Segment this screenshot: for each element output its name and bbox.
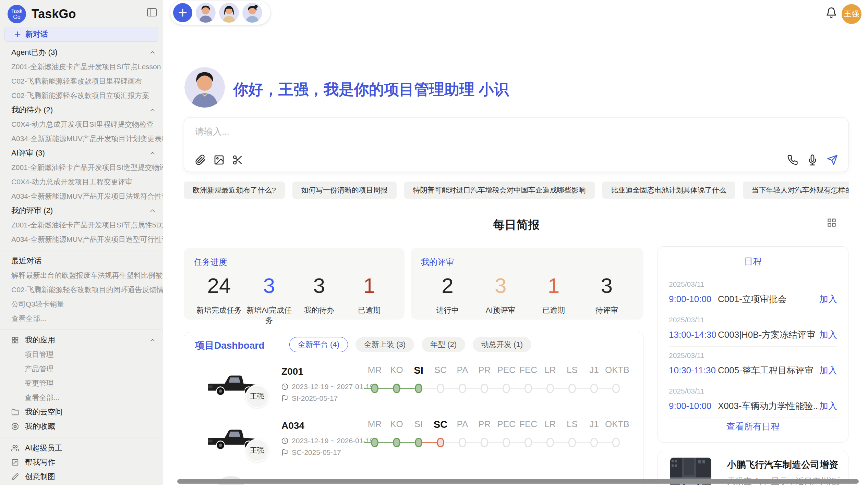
milestone-node xyxy=(568,384,576,393)
sidebar-item-my-apps[interactable]: 我的应用 xyxy=(0,333,163,347)
dashboard-tabs: 全新平台 (4) 全新上装 (3) 年型 (2) 动总开发 (1) xyxy=(289,337,531,352)
ai-employee-label: AI超级员工 xyxy=(25,443,62,453)
sidebar-item-favorites[interactable]: 我的收藏 xyxy=(0,419,163,434)
suggestion-chip[interactable]: 如何写一份清晰的项目周报 xyxy=(292,182,397,199)
agent-avatar[interactable] xyxy=(196,3,216,23)
app-item-product-mgmt[interactable]: 产品管理 xyxy=(0,362,163,376)
sidebar-item[interactable]: A034-全新新能源MUV产品开发项目造型可行性评审 xyxy=(0,232,163,247)
stat-label: 我的待办 xyxy=(294,305,344,315)
send-icon[interactable] xyxy=(827,154,838,165)
milestone-label: SI xyxy=(408,419,430,430)
join-meeting-link[interactable]: 加入 xyxy=(819,293,837,305)
app-item-change-mgmt[interactable]: 变更管理 xyxy=(0,376,163,390)
sidebar-collapse-icon[interactable] xyxy=(147,8,157,16)
attachment-icon[interactable] xyxy=(195,154,206,165)
section-my-review[interactable]: 我的评审 (2) xyxy=(0,203,163,218)
section-ai-review[interactable]: AI评审 (3) xyxy=(0,146,163,160)
microphone-icon[interactable] xyxy=(807,154,818,165)
sidebar-item[interactable]: Z001-全新燃油轻卡产品开发项目SI节点属性5D文件评审 xyxy=(0,218,163,232)
section-my-todo[interactable]: 我的待办 (2) xyxy=(0,103,163,117)
tab-powertrain[interactable]: 动总开发 (1) xyxy=(473,337,531,352)
stat-label: 已逾期 xyxy=(344,305,394,315)
join-meeting-link[interactable]: 加入 xyxy=(819,364,837,376)
project-owner-badge: 王强 xyxy=(245,439,269,462)
task-progress-title: 任务进度 xyxy=(194,257,394,268)
sidebar-item-creative-draw[interactable]: 创意制图 xyxy=(0,470,163,484)
flag-icon xyxy=(281,449,288,456)
join-meeting-link[interactable]: 加入 xyxy=(819,329,837,341)
sidebar-item-cloud-space[interactable]: 我的云空间 xyxy=(0,405,163,419)
sidebar-item[interactable]: C02-飞腾新能源轻客改款项目立项汇报方案 xyxy=(0,88,163,103)
recent-chat-item[interactable]: C02-飞腾新能源轻客改款项目的闭环通告反馈情况 xyxy=(0,283,163,297)
tab-year-model[interactable]: 年型 (2) xyxy=(422,337,465,352)
chevron-up-icon xyxy=(149,207,156,214)
project-next-milestone: SI-2025-05-17 xyxy=(292,394,338,402)
sidebar-item-write-helper[interactable]: 帮我写作 xyxy=(0,455,163,470)
milestone-label: PA xyxy=(451,365,473,376)
app-item-project-mgmt[interactable]: 项目管理 xyxy=(0,347,163,362)
milestone-node xyxy=(590,438,598,447)
stat-column: 3 AI预评审 xyxy=(474,274,527,315)
milestone-track: MR KO SI SC PA PR PEC FEC LR LS J1 OKTB xyxy=(364,365,627,398)
suggestion-chip[interactable]: 当下年轻人对汽车外观有怎样的喜好趋势 xyxy=(743,182,849,199)
pen-icon xyxy=(11,473,19,481)
image-icon[interactable] xyxy=(214,154,225,165)
milestone-label: LS xyxy=(561,365,583,376)
app-logo: Task Go xyxy=(8,5,26,23)
project-row[interactable]: 王强 Z001 2023-12-19 ~ 2027-01-19 SI-2025-… xyxy=(184,363,643,417)
write-helper-label: 帮我写作 xyxy=(25,457,55,468)
apps-view-all-link[interactable]: 查看全部... xyxy=(0,390,163,405)
tab-new-platform[interactable]: 全新平台 (4) xyxy=(289,337,348,352)
milestone-label: MR xyxy=(364,419,386,430)
sidebar-item[interactable]: C02-飞腾新能源轻客改款项目里程碑画布 xyxy=(0,74,163,88)
schedule-card: 日程 2025/03/11 9:00-10:00 C001-立项审批会 加入 2… xyxy=(658,246,848,443)
sidebar-item[interactable]: C0X4-动力总成开发项目工程变更评审 xyxy=(0,175,163,189)
agent-avatar[interactable] xyxy=(219,3,239,23)
suggestion-chip[interactable]: 比亚迪全固态电池计划具体说了什么 xyxy=(602,182,735,199)
recent-chat-item[interactable]: 公司Q3轻卡销量 xyxy=(0,297,163,311)
stat-label: 待评审 xyxy=(580,305,633,315)
notifications-bell-icon[interactable] xyxy=(825,7,838,19)
project-owner-badge: 王强 xyxy=(245,385,269,408)
project-row[interactable]: 王强 A034 2023-12-19 ~ 2026-01-19 SC-2025-… xyxy=(184,417,643,471)
milestone-track: MR KO SI SC PA PR PEC FEC LR LS J1 OKTB xyxy=(364,419,627,452)
milestone-node xyxy=(546,384,554,393)
stat-column: 1 已逾期 xyxy=(527,274,580,315)
chat-input[interactable] xyxy=(195,126,778,148)
new-chat-button[interactable]: 新对话 xyxy=(4,27,158,42)
milestone-node xyxy=(503,438,510,447)
section-agent-done[interactable]: Agent已办 (3) xyxy=(0,45,163,60)
join-meeting-link[interactable]: 加入 xyxy=(819,400,837,412)
sidebar-item[interactable]: C0X4-动力总成开发项目SI里程碑提交物检查 xyxy=(0,117,163,132)
voice-call-icon[interactable] xyxy=(787,154,798,165)
milestone-node xyxy=(525,438,532,447)
sidebar-item[interactable]: Z001-全新燃油轻卡产品开发项目SI造型提交物评审 xyxy=(0,160,163,175)
user-avatar[interactable]: 王强 xyxy=(842,4,861,24)
sidebar-item[interactable]: A034-全新新能源MUV产品开发项目法规符合性评审 xyxy=(0,189,163,203)
recent-chat-item[interactable]: 解释最新出台的欧盟报废车法规再生塑料比例被调至15%... xyxy=(0,268,163,283)
milestone-label: OKTB xyxy=(605,365,627,376)
milestone-node xyxy=(459,384,466,393)
layout-grid-icon[interactable] xyxy=(827,218,837,228)
stat-column: 2 进行中 xyxy=(421,274,474,315)
agent-avatar[interactable] xyxy=(242,3,262,23)
stat-value: 2 xyxy=(421,274,474,298)
section-title: Agent已办 (3) xyxy=(11,47,58,58)
schedule-time: 9:00-10:00 xyxy=(669,401,718,411)
sidebar-item[interactable]: Z001-全新燃油皮卡产品开发项目SI节点Lesson Learn报告 xyxy=(0,60,163,74)
suggestion-chip[interactable]: 特朗普可能对进口汽车增税会对中国车企造成哪些影响 xyxy=(404,182,595,199)
milestone-node xyxy=(525,384,532,393)
project-milestone-date: SC-2025-05-17 xyxy=(281,448,341,457)
scissors-icon[interactable] xyxy=(232,154,243,165)
task-progress-card: 任务进度 24 新增完成任务 3 新增AI完成任务 3 我的待办 1 已逾期 xyxy=(184,248,405,320)
user-avatar-text: 王强 xyxy=(844,9,859,19)
sidebar-item[interactable]: A034-全新新能源MUV产品开发项目计划变更表编写 xyxy=(0,132,163,146)
add-agent-button[interactable] xyxy=(173,3,192,22)
project-code: Z001 xyxy=(281,366,303,377)
horizontal-scrollbar[interactable] xyxy=(177,479,859,484)
recent-view-all-link[interactable]: 查看全部... xyxy=(0,311,163,326)
view-all-schedule-link[interactable]: 查看所有日程 xyxy=(658,421,848,433)
suggestion-chip[interactable]: 欧洲新规最近颁布了什么? xyxy=(184,182,285,199)
sidebar-item-ai-employee[interactable]: AI超级员工 xyxy=(0,441,163,455)
tab-new-body[interactable]: 全新上装 (3) xyxy=(355,337,414,352)
